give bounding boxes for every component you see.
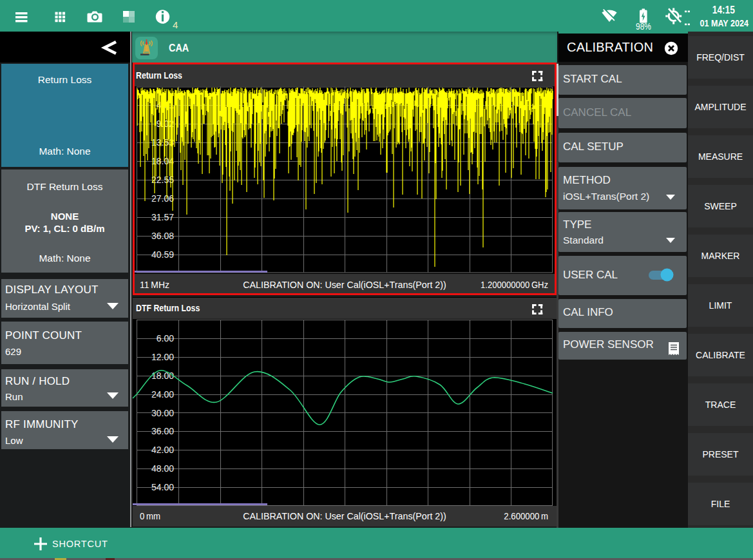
svg-text:98%: 98% — [636, 21, 651, 32]
svg-text:4: 4 — [173, 19, 178, 30]
